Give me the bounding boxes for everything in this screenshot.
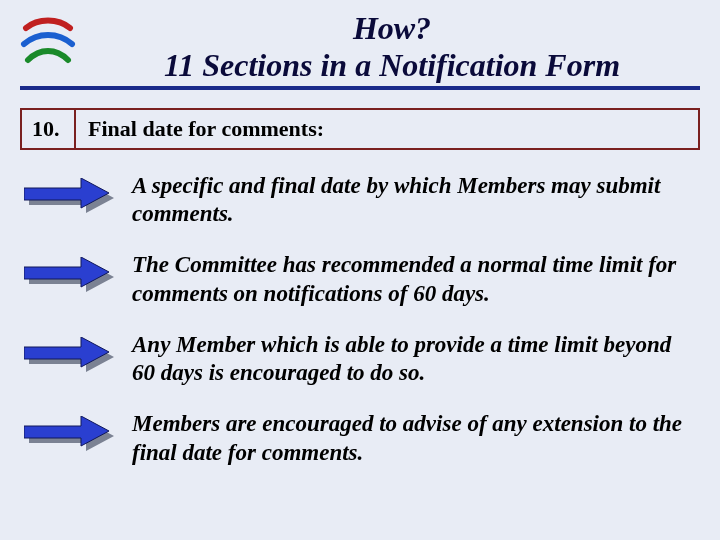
title-line-2: 11 Sections in a Notification Form <box>84 47 700 84</box>
arrow-right-icon <box>24 257 114 297</box>
bullet-text: The Committee has recommended a normal t… <box>132 251 688 309</box>
section-label: Final date for comments: <box>76 110 698 148</box>
title-line-1: How? <box>84 10 700 47</box>
list-item: A specific and final date by which Membe… <box>24 172 688 230</box>
title-block: How? 11 Sections in a Notification Form <box>84 10 700 84</box>
list-item: Members are encouraged to advise of any … <box>24 410 688 468</box>
slide: How? 11 Sections in a Notification Form … <box>0 0 720 540</box>
bullet-text: A specific and final date by which Membe… <box>132 172 688 230</box>
section-number: 10. <box>22 110 76 148</box>
bullet-list: A specific and final date by which Membe… <box>20 172 700 468</box>
section-box: 10. Final date for comments: <box>20 108 700 150</box>
arrow-right-icon <box>24 337 114 377</box>
bullet-text: Members are encouraged to advise of any … <box>132 410 688 468</box>
arrow-right-icon <box>24 178 114 218</box>
list-item: The Committee has recommended a normal t… <box>24 251 688 309</box>
arrow-right-icon <box>24 416 114 456</box>
wto-logo-icon <box>20 14 76 70</box>
list-item: Any Member which is able to provide a ti… <box>24 331 688 389</box>
bullet-text: Any Member which is able to provide a ti… <box>132 331 688 389</box>
slide-header: How? 11 Sections in a Notification Form <box>20 10 700 90</box>
